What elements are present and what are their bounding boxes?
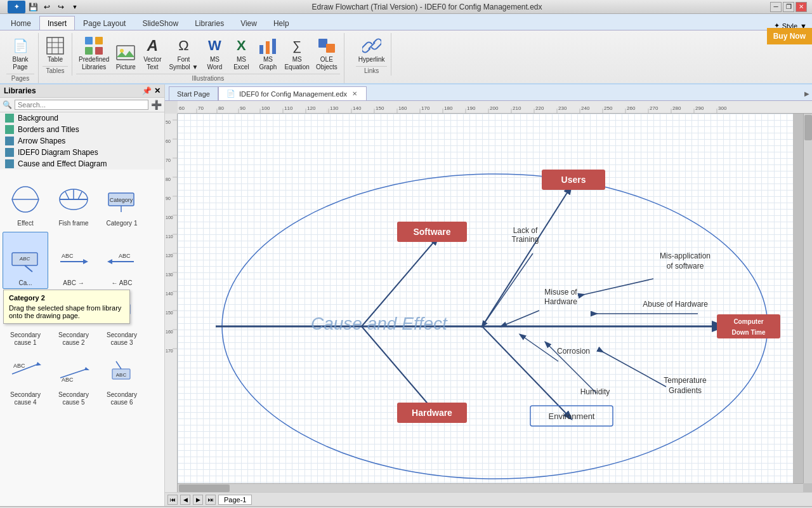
page-label[interactable]: Page-1 bbox=[218, 495, 252, 505]
predefined-libraries-button[interactable]: PredefinedLibraries bbox=[76, 34, 112, 72]
tables-group-label: Tables bbox=[43, 66, 68, 74]
shape-arrow-right-label: ABC → bbox=[63, 279, 84, 287]
tab-close-icon[interactable]: ✕ bbox=[351, 90, 358, 98]
undo-button[interactable]: ↩ bbox=[41, 1, 53, 13]
libraries-close-icon[interactable]: ✕ bbox=[154, 86, 160, 95]
restore-button[interactable]: ❐ bbox=[783, 2, 794, 12]
ms-equation-button[interactable]: ∑ MSEquation bbox=[282, 34, 311, 72]
canvas-container[interactable]: /* ruler ticks rendered below */ 60 70 8… bbox=[165, 101, 812, 492]
shape-category2[interactable]: ABC Ca... Category 2 Drag the selected s… bbox=[3, 232, 48, 289]
predefined-libraries-icon bbox=[84, 36, 104, 56]
search-input[interactable] bbox=[15, 100, 148, 110]
svg-line-143 bbox=[482, 326, 571, 418]
ms-graph-button[interactable]: MSGraph bbox=[255, 34, 280, 72]
font-symbol-icon: Ω bbox=[173, 36, 193, 56]
shape-category1-label: Category 1 bbox=[107, 220, 138, 227]
ribbon-group-objects bbox=[344, 33, 352, 36]
lib-item-background[interactable]: Background bbox=[0, 112, 164, 124]
close-button[interactable]: ✕ bbox=[796, 2, 807, 12]
shape-secondary6[interactable]: ABC Secondarycause 6 bbox=[99, 351, 145, 408]
tab-libraries[interactable]: Libraries bbox=[187, 16, 232, 30]
horizontal-scrollbar[interactable] bbox=[178, 483, 803, 492]
table-button[interactable]: Table bbox=[43, 34, 68, 65]
svg-text:170: 170 bbox=[166, 349, 173, 353]
ms-excel-button[interactable]: X MSExcel bbox=[228, 34, 254, 72]
picture-button[interactable]: Picture bbox=[113, 42, 138, 72]
shape-effect-label: Effect bbox=[17, 220, 33, 227]
font-symbol-button[interactable]: Ω FontSymbol ▼ bbox=[166, 34, 200, 72]
svg-text:290: 290 bbox=[695, 105, 704, 111]
minimize-button[interactable]: ─ bbox=[770, 2, 782, 12]
svg-text:ABC: ABC bbox=[13, 363, 25, 369]
svg-line-138 bbox=[482, 253, 533, 326]
ribbon-group-illustrations: PredefinedLibraries Picture A VectorText… bbox=[72, 33, 344, 83]
lib-item-idef0[interactable]: IDEF0 Diagram Shapes bbox=[0, 147, 164, 158]
lib-color-arrows bbox=[5, 137, 14, 145]
shape-arrow-left[interactable]: ABC ← ABC bbox=[99, 232, 145, 289]
buy-now-button[interactable]: Buy Now bbox=[767, 28, 812, 44]
v-scroll-thumb[interactable] bbox=[804, 115, 812, 140]
ole-objects-button[interactable]: OLEObjects bbox=[313, 34, 340, 72]
svg-text:80: 80 bbox=[218, 105, 224, 111]
svg-line-49 bbox=[60, 369, 87, 378]
svg-text:240: 240 bbox=[581, 105, 590, 111]
blank-page-button[interactable]: 📄 BlankPage bbox=[6, 34, 34, 72]
redo-button[interactable]: ↪ bbox=[55, 1, 67, 13]
page-last-btn[interactable]: ⏭ bbox=[206, 495, 216, 505]
ms-word-button[interactable]: W MSWord bbox=[202, 34, 227, 72]
svg-marker-47 bbox=[36, 362, 41, 366]
svg-rect-9 bbox=[117, 46, 134, 60]
shape-secondary4[interactable]: ABC Secondarycause 4 bbox=[3, 351, 48, 408]
svg-text:230: 230 bbox=[558, 105, 567, 111]
ms-equation-icon: ∑ bbox=[287, 36, 307, 56]
tab-start-page[interactable]: Start Page bbox=[169, 86, 218, 100]
app-menu-button[interactable]: ✦ bbox=[8, 1, 25, 13]
svg-marker-50 bbox=[84, 367, 89, 370]
svg-line-140 bbox=[501, 311, 539, 326]
hyperlink-button[interactable]: Hyperlink bbox=[356, 34, 388, 65]
tab-scroll-right[interactable]: ▶ bbox=[802, 86, 812, 100]
shape-secondary5[interactable]: ABC Secondarycause 5 bbox=[51, 351, 96, 408]
svg-text:50: 50 bbox=[166, 120, 171, 124]
category2-tooltip: Category 2 Drag the selected shape from … bbox=[3, 290, 130, 324]
h-scroll-thumb[interactable] bbox=[179, 485, 230, 492]
picture-icon bbox=[115, 43, 136, 64]
shape-fishframe-label: Fish frame bbox=[58, 220, 88, 227]
lib-item-cause-effect[interactable]: Cause and Effect Diagram bbox=[0, 158, 164, 170]
libraries-search-bar: 🔍 ➕ bbox=[0, 98, 164, 112]
svg-text:120: 120 bbox=[166, 253, 173, 258]
svg-text:Misuse of: Misuse of bbox=[544, 288, 577, 297]
libraries-pin-icon[interactable]: 📌 bbox=[142, 86, 152, 95]
page-prev-btn[interactable]: ◀ bbox=[180, 495, 190, 505]
tab-slideshow[interactable]: SlideShow bbox=[134, 16, 187, 30]
svg-text:280: 280 bbox=[672, 105, 681, 111]
shape-secondary2-label: Secondarycause 2 bbox=[58, 331, 89, 347]
tab-idef0[interactable]: 📄 IDEF0 for Config Management.edx ✕ bbox=[218, 86, 367, 100]
drawing-canvas[interactable]: Cause and Effect bbox=[178, 114, 793, 492]
svg-text:260: 260 bbox=[627, 105, 636, 111]
page-next-btn[interactable]: ▶ bbox=[193, 495, 203, 505]
svg-line-53 bbox=[116, 361, 121, 369]
shape-fishframe[interactable]: Fish frame bbox=[51, 172, 96, 229]
tab-home[interactable]: Home bbox=[3, 16, 39, 30]
svg-rect-12 bbox=[266, 41, 270, 54]
svg-rect-5 bbox=[85, 37, 93, 44]
shape-arrow-right[interactable]: ABC ABC → bbox=[51, 232, 96, 289]
save-button[interactable]: 💾 bbox=[27, 1, 39, 13]
page-first-btn[interactable]: ⏮ bbox=[167, 495, 178, 505]
illustrations-group-label: Illustrations bbox=[76, 74, 340, 82]
tab-view[interactable]: View bbox=[232, 16, 265, 30]
tab-page-layout[interactable]: Page Layout bbox=[75, 16, 134, 30]
lib-item-arrow-shapes[interactable]: Arrow Shapes bbox=[0, 135, 164, 147]
more-button[interactable]: ▼ bbox=[69, 1, 81, 13]
shape-category1[interactable]: Category Category 1 bbox=[99, 172, 145, 229]
vertical-scrollbar[interactable] bbox=[803, 114, 812, 483]
shape-effect[interactable]: Effect bbox=[3, 172, 48, 229]
tab-help[interactable]: Help bbox=[265, 16, 298, 30]
lib-item-borders[interactable]: Borders and Titles bbox=[0, 124, 164, 135]
vector-text-button[interactable]: A VectorText bbox=[140, 34, 165, 72]
shape-secondary1-label: Secondarycause 1 bbox=[10, 331, 41, 347]
svg-text:140: 140 bbox=[166, 291, 173, 296]
tab-insert[interactable]: Insert bbox=[39, 16, 75, 30]
add-library-icon[interactable]: ➕ bbox=[151, 100, 162, 110]
